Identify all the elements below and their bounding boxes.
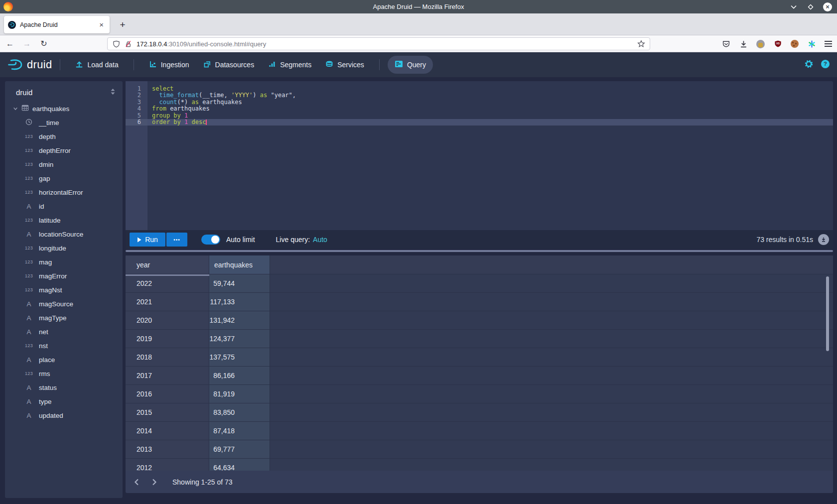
extension-icon[interactable] bbox=[756, 40, 765, 48]
cell-year[interactable]: 2012 bbox=[126, 459, 209, 471]
sidebar-column-updated[interactable]: Aupdated bbox=[5, 408, 123, 422]
table-row: 201487,418 bbox=[126, 422, 833, 440]
nav-item-ingestion[interactable]: Ingestion bbox=[142, 56, 196, 74]
sidebar-column-gap[interactable]: 123gap bbox=[5, 171, 123, 185]
cell-earthquakes[interactable]: 83,850 bbox=[209, 403, 270, 422]
cell-filler bbox=[270, 330, 833, 348]
sidebar-column-horizontalError[interactable]: 123horizontalError bbox=[5, 185, 123, 199]
sidebar-column-__time[interactable]: __time bbox=[5, 116, 123, 129]
window-close-icon[interactable]: × bbox=[823, 2, 832, 11]
settings-gear-icon[interactable] bbox=[804, 59, 814, 71]
shield-icon[interactable] bbox=[112, 39, 121, 48]
download-results-icon[interactable] bbox=[818, 234, 829, 245]
multicolor-asterisk-icon[interactable] bbox=[807, 39, 816, 48]
numeric-type-icon: 123 bbox=[23, 162, 35, 167]
nav-item-load-data[interactable]: Load data bbox=[68, 56, 125, 74]
results-body: 202259,7442021117,1332020131,9422019124,… bbox=[126, 274, 833, 471]
cell-year[interactable]: 2017 bbox=[126, 367, 209, 385]
cell-earthquakes[interactable]: 131,942 bbox=[209, 311, 270, 330]
sidebar-column-id[interactable]: Aid bbox=[5, 199, 123, 213]
sidebar-column-longitude[interactable]: 123longitude bbox=[5, 241, 123, 255]
sidebar-column-magNst[interactable]: 123magNst bbox=[5, 283, 123, 297]
window-titlebar: Apache Druid — Mozilla Firefox × bbox=[0, 0, 837, 13]
pocket-icon[interactable] bbox=[721, 39, 730, 48]
url-host: 172.18.0.4 bbox=[137, 40, 167, 48]
column-name: horizontalError bbox=[39, 189, 83, 196]
cookie-icon[interactable] bbox=[791, 40, 799, 48]
cell-earthquakes[interactable]: 81,919 bbox=[209, 385, 270, 403]
cell-year[interactable]: 2013 bbox=[126, 440, 209, 459]
url-text[interactable]: 172.18.0.4:30109/unified-console.html#qu… bbox=[137, 40, 637, 48]
tab-close-icon[interactable]: × bbox=[97, 20, 106, 29]
bookmark-star-icon[interactable] bbox=[637, 39, 646, 48]
chevron-down-icon[interactable] bbox=[13, 106, 18, 111]
cell-earthquakes[interactable]: 117,133 bbox=[209, 293, 270, 311]
sidebar-column-net[interactable]: Anet bbox=[5, 325, 123, 339]
cell-year[interactable]: 2015 bbox=[126, 403, 209, 422]
nav-item-segments[interactable]: Segments bbox=[261, 56, 318, 74]
sidebar-column-rms[interactable]: 123rms bbox=[5, 367, 123, 380]
sidebar-column-depth[interactable]: 123depth bbox=[5, 129, 123, 143]
forward-icon[interactable]: → bbox=[20, 37, 34, 50]
cell-earthquakes[interactable]: 69,777 bbox=[209, 440, 270, 459]
sort-toggle-icon[interactable] bbox=[110, 88, 116, 97]
sidebar-column-magType[interactable]: AmagType bbox=[5, 311, 123, 325]
sql-editor[interactable]: 123456 select time_format(__time, 'YYYY'… bbox=[126, 81, 833, 230]
cell-year[interactable]: 2022 bbox=[126, 274, 209, 293]
sidebar-column-latitude[interactable]: 123latitude bbox=[5, 213, 123, 227]
help-icon[interactable]: ? bbox=[821, 59, 830, 71]
sidebar-column-status[interactable]: Astatus bbox=[5, 380, 123, 394]
editor-code[interactable]: select time_format(__time, 'YYYY') as "y… bbox=[147, 81, 833, 230]
sidebar-column-type[interactable]: Atype bbox=[5, 394, 123, 408]
lock-broken-icon[interactable] bbox=[124, 39, 133, 48]
auto-limit-toggle[interactable] bbox=[201, 235, 220, 245]
live-query-value[interactable]: Auto bbox=[313, 236, 327, 244]
column-name: id bbox=[39, 203, 44, 210]
sidebar-column-magSource[interactable]: AmagSource bbox=[5, 297, 123, 311]
sidebar-column-depthError[interactable]: 123depthError bbox=[5, 143, 123, 157]
nav-item-services[interactable]: Services bbox=[318, 56, 371, 74]
cell-earthquakes[interactable]: 87,418 bbox=[209, 422, 270, 440]
cell-earthquakes[interactable]: 59,744 bbox=[209, 274, 270, 293]
sidebar-column-place[interactable]: Aplace bbox=[5, 353, 123, 367]
cell-earthquakes[interactable]: 86,166 bbox=[209, 367, 270, 385]
prev-page-icon[interactable] bbox=[130, 475, 143, 489]
nav-item-query[interactable]: Query bbox=[388, 56, 433, 74]
cell-earthquakes[interactable]: 124,377 bbox=[209, 330, 270, 348]
cell-year[interactable]: 2021 bbox=[126, 293, 209, 311]
editor-results-splitter[interactable] bbox=[126, 250, 833, 252]
sidebar-column-dmin[interactable]: 123dmin bbox=[5, 157, 123, 171]
url-bar[interactable]: 172.18.0.4:30109/unified-console.html#qu… bbox=[107, 37, 650, 50]
reload-icon[interactable]: ↻ bbox=[37, 37, 51, 50]
window-minimize-icon[interactable] bbox=[789, 2, 798, 11]
run-more-button[interactable]: ••• bbox=[166, 233, 187, 247]
sidebar-column-locationSource[interactable]: AlocationSource bbox=[5, 227, 123, 241]
next-page-icon[interactable] bbox=[147, 475, 161, 489]
browser-tab-apache-druid[interactable]: Apache Druid × bbox=[4, 16, 110, 33]
window-maximize-icon[interactable] bbox=[806, 2, 815, 11]
column-header-year[interactable]: year bbox=[126, 255, 209, 274]
cell-year[interactable]: 2019 bbox=[126, 330, 209, 348]
cell-earthquakes[interactable]: 137,575 bbox=[209, 348, 270, 367]
cell-year[interactable]: 2016 bbox=[126, 385, 209, 403]
vertical-scrollbar[interactable] bbox=[826, 276, 829, 351]
cell-year[interactable]: 2014 bbox=[126, 422, 209, 440]
cell-year[interactable]: 2018 bbox=[126, 348, 209, 367]
sidebar-column-mag[interactable]: 123mag bbox=[5, 255, 123, 269]
new-tab-button[interactable]: + bbox=[116, 18, 130, 32]
menu-icon[interactable] bbox=[825, 41, 832, 47]
nav-item-datasources[interactable]: Datasources bbox=[196, 56, 262, 74]
run-button[interactable]: Run bbox=[130, 233, 165, 247]
ublock-icon[interactable]: UO bbox=[773, 39, 782, 48]
sidebar-table-earthquakes[interactable]: earthquakes bbox=[5, 102, 123, 116]
druid-logo[interactable]: druid bbox=[7, 58, 52, 72]
nav-item-label: Services bbox=[337, 61, 364, 69]
back-icon[interactable]: ← bbox=[3, 37, 17, 50]
column-header-earthquakes[interactable]: earthquakes bbox=[209, 255, 270, 274]
horizontal-scrollbar[interactable] bbox=[126, 274, 209, 276]
cell-earthquakes[interactable]: 64,634 bbox=[209, 459, 270, 471]
sidebar-column-magError[interactable]: 123magError bbox=[5, 269, 123, 283]
cell-year[interactable]: 2020 bbox=[126, 311, 209, 330]
downloads-icon[interactable] bbox=[739, 39, 748, 48]
sidebar-column-nst[interactable]: 123nst bbox=[5, 339, 123, 353]
